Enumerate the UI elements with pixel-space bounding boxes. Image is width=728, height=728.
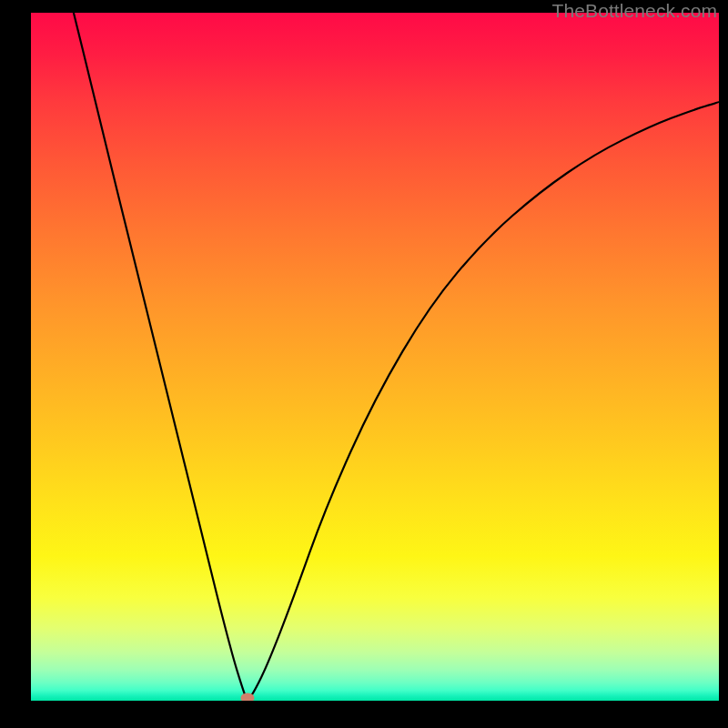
chart-frame: TheBottleneck.com <box>0 0 728 728</box>
watermark-label: TheBottleneck.com <box>552 0 717 22</box>
curve-layer <box>31 13 719 701</box>
optimal-point-marker <box>241 693 255 702</box>
plot-area <box>31 13 719 701</box>
bottleneck-curve <box>31 13 719 699</box>
